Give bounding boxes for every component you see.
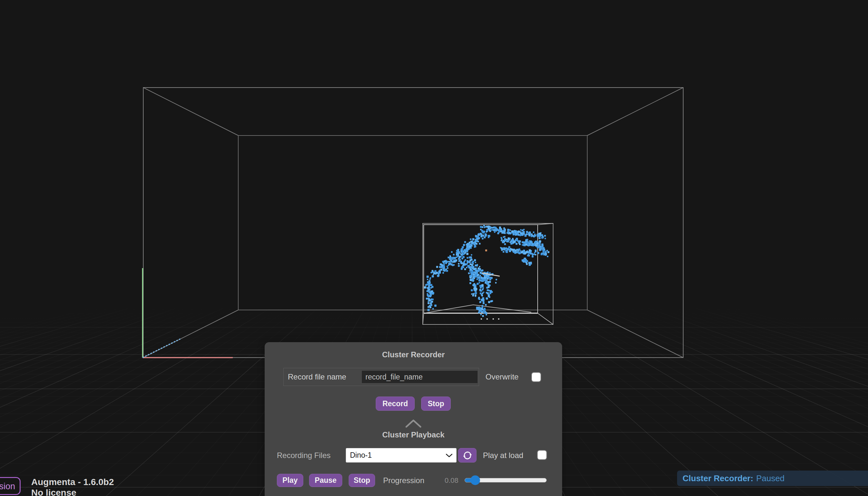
license-status: No license (31, 487, 114, 496)
recording-files-label: Recording Files (277, 448, 331, 463)
progression-slider-thumb[interactable] (470, 476, 480, 485)
record-file-group: Record file name (283, 368, 479, 386)
recorder-status-label: Cluster Recorder: (683, 474, 754, 483)
progression-label: Progression (383, 474, 424, 487)
record-file-name-input[interactable] (362, 371, 478, 383)
point-cloud (424, 224, 549, 317)
record-file-name-label: Record file name (288, 368, 346, 386)
recording-files-select[interactable]: Dino-1 (346, 448, 456, 463)
overwrite-checkbox[interactable] (532, 373, 541, 382)
recorder-status-bar: Cluster Recorder:Paused (677, 470, 868, 486)
overwrite-label: Overwrite (485, 368, 519, 386)
app-name-version: Augmenta - 1.6.0b2 (31, 477, 114, 487)
application-window: Cluster Recorder Record file name Overwr… (0, 0, 868, 496)
pause-button[interactable]: Pause (309, 474, 342, 487)
app-info: Augmenta - 1.6.0b2 No license (31, 477, 114, 496)
play-at-load-label: Play at load (483, 448, 523, 463)
progression-value: 0.08 (445, 474, 459, 487)
recording-files-selected-value: Dino-1 (350, 451, 372, 459)
play-at-load-checkbox[interactable] (538, 451, 546, 459)
progression-slider[interactable] (465, 474, 547, 487)
panel-title: Cluster Recorder (265, 350, 562, 359)
record-stop-button[interactable]: Stop (421, 397, 451, 411)
chevron-down-icon (446, 454, 452, 458)
recorder-status-value: Paused (756, 474, 785, 483)
record-button[interactable]: Record (376, 397, 415, 411)
cluster-playback-title: Cluster Playback (265, 430, 562, 439)
refresh-icon (462, 450, 472, 461)
collapse-chevron-up-icon[interactable] (405, 418, 422, 428)
play-button[interactable]: Play (277, 474, 303, 487)
refresh-recordings-button[interactable] (458, 448, 477, 463)
version-button[interactable]: sion (0, 477, 20, 495)
playback-stop-button[interactable]: Stop (349, 474, 375, 487)
cluster-recorder-panel: Cluster Recorder Record file name Overwr… (265, 342, 562, 496)
